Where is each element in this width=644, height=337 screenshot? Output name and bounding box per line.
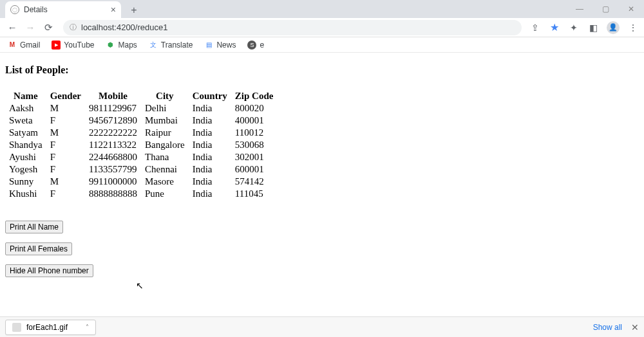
bookmark-star-icon[interactable]: ★ [549, 22, 560, 33]
downloads-bar: forEach1.gif ˄ Show all ✕ [0, 316, 644, 337]
address-bar[interactable]: ⓘ localhost:4200/reduce1 [63, 20, 522, 35]
gmail-icon: M [8, 41, 17, 50]
cell-zip: 574142 [231, 176, 278, 188]
cell-city: Bangalore [141, 139, 189, 151]
cell-name: Aaksh [5, 102, 46, 114]
cell-city: Mumbai [141, 114, 189, 127]
chevron-up-icon[interactable]: ˄ [86, 323, 89, 331]
cell-mobile: 9811129967 [85, 102, 141, 114]
translate-icon: 文 [149, 41, 158, 50]
print-all-name-button[interactable]: Print All Name [5, 221, 63, 233]
cell-mobile: 1133557799 [85, 163, 141, 176]
bookmark-label: YouTube [64, 41, 94, 50]
cell-mobile: 9911000000 [85, 176, 141, 188]
page-content: List of People: Name Gender Mobile City … [0, 53, 644, 289]
extensions-icon[interactable]: ✦ [568, 22, 580, 33]
cell-name: Yogesh [5, 163, 46, 176]
col-zip: Zip Code [231, 90, 278, 102]
cell-gender: F [46, 188, 85, 200]
cell-gender: M [46, 127, 85, 139]
globe-icon: ◌ [10, 5, 19, 14]
cell-gender: M [46, 176, 85, 188]
cell-country: India [189, 188, 231, 200]
share-icon[interactable]: ⇪ [529, 22, 541, 33]
cell-mobile: 2244668800 [85, 151, 141, 163]
cell-city: Raipur [141, 127, 189, 139]
cell-zip: 600001 [231, 163, 278, 176]
forward-button[interactable]: → [23, 21, 37, 35]
cell-name: Sunny [5, 176, 46, 188]
cell-mobile: 1122113322 [85, 139, 141, 151]
cell-zip: 400001 [231, 114, 278, 127]
bookmark-e[interactable]: S e [247, 41, 264, 50]
cell-country: India [189, 127, 231, 139]
cell-name: Shandya [5, 139, 46, 151]
globe-icon: S [247, 41, 256, 50]
cell-name: Ayushi [5, 151, 46, 163]
menu-icon[interactable]: ⋮ [627, 22, 639, 33]
table-row: SatyamM2222222222RaipurIndia110012 [5, 127, 277, 139]
tab-strip: ◌ Details × + — ▢ ✕ [0, 0, 644, 18]
table-row: ShandyaF1122113322BangaloreIndia530068 [5, 139, 277, 151]
toolbar: ← → ⟳ ⓘ localhost:4200/reduce1 ⇪ ★ ✦ ◧ 👤… [0, 18, 644, 37]
cell-mobile: 2222222222 [85, 127, 141, 139]
cell-mobile: 9456712890 [85, 114, 141, 127]
tab-title: Details [24, 5, 48, 14]
bookmark-translate[interactable]: 文 Translate [149, 41, 193, 50]
bookmark-gmail[interactable]: M Gmail [8, 41, 40, 50]
cell-name: Sweta [5, 114, 46, 127]
cell-gender: M [46, 102, 85, 114]
bookmark-youtube[interactable]: ▶ YouTube [52, 41, 94, 50]
col-mobile: Mobile [85, 90, 141, 102]
reload-button[interactable]: ⟳ [41, 21, 55, 35]
cell-country: India [189, 151, 231, 163]
cell-country: India [189, 176, 231, 188]
cell-zip: 110012 [231, 127, 278, 139]
close-icon[interactable]: ✕ [631, 322, 639, 332]
info-icon: ⓘ [70, 23, 77, 32]
cell-gender: F [46, 114, 85, 127]
cell-zip: 800020 [231, 102, 278, 114]
cell-gender: F [46, 163, 85, 176]
window-controls: — ▢ ✕ [567, 0, 644, 18]
cell-city: Thana [141, 151, 189, 163]
profile-avatar-icon[interactable]: 👤 [607, 21, 620, 34]
hide-all-phone-button[interactable]: Hide All Phone number [5, 264, 93, 277]
new-tab-button[interactable]: + [126, 3, 142, 18]
people-table: Name Gender Mobile City Country Zip Code… [5, 90, 277, 200]
close-icon[interactable]: × [111, 5, 116, 15]
download-filename: forEach1.gif [26, 323, 68, 332]
col-name: Name [5, 90, 46, 102]
cell-city: Chennai [141, 163, 189, 176]
side-panel-icon[interactable]: ◧ [587, 22, 599, 33]
bookmark-label: News [216, 41, 236, 50]
table-header-row: Name Gender Mobile City Country Zip Code [5, 90, 277, 102]
col-city: City [141, 90, 189, 102]
cell-zip: 111045 [231, 188, 278, 200]
news-icon: ▤ [204, 41, 213, 50]
url-text: localhost:4200/reduce1 [81, 23, 167, 32]
maximize-button[interactable]: ▢ [592, 0, 618, 18]
table-row: SwetaF9456712890MumbaiIndia400001 [5, 114, 277, 127]
back-button[interactable]: ← [5, 21, 19, 35]
download-item[interactable]: forEach1.gif ˄ [5, 320, 96, 335]
show-all-link[interactable]: Show all [593, 323, 622, 332]
bookmark-label: e [260, 41, 264, 50]
cell-city: Pune [141, 188, 189, 200]
bookmark-news[interactable]: ▤ News [204, 41, 236, 50]
cell-name: Khushi [5, 188, 46, 200]
cell-name: Satyam [5, 127, 46, 139]
file-icon [12, 323, 21, 332]
close-window-button[interactable]: ✕ [618, 0, 644, 18]
bookmark-label: Translate [161, 41, 193, 50]
cell-mobile: 8888888888 [85, 188, 141, 200]
cell-country: India [189, 102, 231, 114]
bookmark-maps[interactable]: ⬢ Maps [106, 41, 137, 50]
cell-country: India [189, 139, 231, 151]
maps-icon: ⬢ [106, 41, 115, 50]
cell-gender: F [46, 139, 85, 151]
minimize-button[interactable]: — [567, 0, 592, 18]
print-all-females-button[interactable]: Print All Females [5, 242, 72, 255]
browser-tab[interactable]: ◌ Details × [5, 1, 121, 18]
table-row: AyushiF2244668800ThanaIndia302001 [5, 151, 277, 163]
